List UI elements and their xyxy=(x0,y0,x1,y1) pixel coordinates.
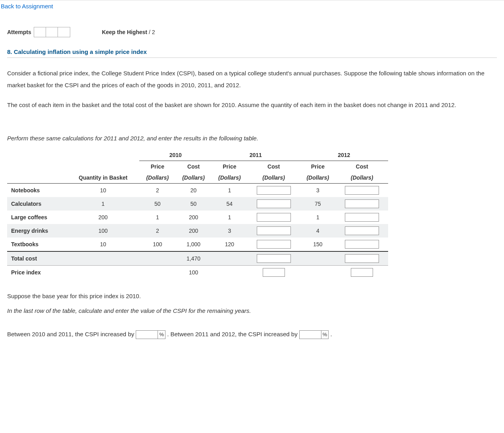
table-row: Large coffees 200 1 200 1 1 xyxy=(7,211,388,224)
cell-qty: 100 xyxy=(67,224,139,238)
cell-price-2012: 150 xyxy=(300,238,336,251)
sentence-part-2: . Between 2011 and 2012, the CSPI increa… xyxy=(167,331,299,337)
attempt-slot-1 xyxy=(34,27,46,37)
keep-highest-count: / 2 xyxy=(147,29,155,35)
input-pct-2010-2011[interactable] xyxy=(136,330,158,339)
col-cost-2011: Cost xyxy=(248,161,300,172)
input-cost-2012[interactable] xyxy=(345,240,379,249)
row-label: Notebooks xyxy=(7,184,67,197)
cell-cost-2010: 50 xyxy=(175,197,212,211)
instruction-text: Perform these same calculations for 2011… xyxy=(7,135,497,142)
paragraph-intro-2: The cost of each item in the basket and … xyxy=(7,99,497,111)
question-title: 8. Calculating inflation using a simple … xyxy=(7,48,497,58)
col-qty: Quantity in Basket xyxy=(67,172,139,184)
col-price-2010: Price xyxy=(139,161,175,172)
attempt-slot-2 xyxy=(46,27,58,37)
cell-qty: 10 xyxy=(67,184,139,197)
pct-label: % xyxy=(158,330,165,339)
paragraph-intro-1: Consider a fictional price index, the Co… xyxy=(7,67,497,91)
year-2012-header: 2012 xyxy=(300,149,388,161)
input-cost-2011[interactable] xyxy=(257,186,291,195)
row-label: Textbooks xyxy=(7,238,67,251)
col-cost-2012: Cost xyxy=(336,161,388,172)
input-cost-2011[interactable] xyxy=(257,213,291,222)
cell-price-2010: 2 xyxy=(139,224,175,238)
cell-qty: 1 xyxy=(67,197,139,211)
input-cost-2011[interactable] xyxy=(257,199,291,208)
year-2011-header: 2011 xyxy=(212,149,300,161)
unit-price-2012: (Dollars) xyxy=(300,172,336,184)
cell-price-2012: 4 xyxy=(300,224,336,238)
year-2010-header: 2010 xyxy=(139,149,212,161)
total-label: Total cost xyxy=(7,251,67,266)
index-row: Price index 100 xyxy=(7,266,388,280)
cell-cost-2010: 1,000 xyxy=(175,238,212,251)
index-label: Price index xyxy=(7,266,67,280)
table-row: Calculators 1 50 50 54 75 xyxy=(7,197,388,211)
unit-cost-2011: (Dollars) xyxy=(248,172,300,184)
col-price-2012: Price xyxy=(300,161,336,172)
base-year-text: Suppose the base year for this price ind… xyxy=(7,293,497,299)
row-label: Calculators xyxy=(7,197,67,211)
input-cost-2012[interactable] xyxy=(345,226,379,235)
cell-price-2011: 3 xyxy=(212,224,248,238)
cell-price-2010: 1 xyxy=(139,211,175,224)
col-cost-2010: Cost xyxy=(175,161,212,172)
cspi-table: 2010 2011 2012 Price Cost Price Cost Pri… xyxy=(7,149,388,279)
total-2010: 1,470 xyxy=(175,251,212,266)
keep-highest-bold: Keep the Highest xyxy=(102,29,147,35)
cell-price-2011: 120 xyxy=(212,238,248,251)
input-total-2012[interactable] xyxy=(345,254,379,263)
instruction-text-2: In the last row of the table, calculate … xyxy=(7,307,497,314)
table-row: Notebooks 10 2 20 1 3 xyxy=(7,184,388,197)
attempts-label: Attempts xyxy=(7,29,31,35)
cell-cost-2010: 200 xyxy=(175,211,212,224)
table-row: Textbooks 10 100 1,000 120 150 xyxy=(7,238,388,251)
pct-label: % xyxy=(321,330,329,339)
unit-cost-2012: (Dollars) xyxy=(336,172,388,184)
cell-cost-2010: 200 xyxy=(175,224,212,238)
unit-cost-2010: (Dollars) xyxy=(175,172,212,184)
input-cost-2012[interactable] xyxy=(345,213,379,222)
cell-price-2011: 54 xyxy=(212,197,248,211)
total-row: Total cost 1,470 xyxy=(7,251,388,266)
cell-price-2012: 3 xyxy=(300,184,336,197)
cell-qty: 200 xyxy=(67,211,139,224)
input-index-2012[interactable] xyxy=(351,268,373,277)
attempt-boxes xyxy=(34,27,70,37)
input-cost-2011[interactable] xyxy=(257,240,291,249)
cell-cost-2010: 20 xyxy=(175,184,212,197)
unit-price-2011: (Dollars) xyxy=(212,172,248,184)
input-cost-2012[interactable] xyxy=(345,186,379,195)
cell-price-2010: 100 xyxy=(139,238,175,251)
unit-price-2010: (Dollars) xyxy=(139,172,175,184)
input-cost-2011[interactable] xyxy=(257,226,291,235)
row-label: Energy drinks xyxy=(7,224,67,238)
keep-highest-label: Keep the Highest / 2 xyxy=(102,29,155,35)
cell-price-2010: 50 xyxy=(139,197,175,211)
cspi-increase-sentence: Between 2010 and 2011, the CSPI increase… xyxy=(7,328,497,341)
input-cost-2012[interactable] xyxy=(345,199,379,208)
attempt-slot-3 xyxy=(58,27,70,37)
input-index-2011[interactable] xyxy=(263,268,285,277)
cell-qty: 10 xyxy=(67,238,139,251)
cell-price-2011: 1 xyxy=(212,184,248,197)
table-row: Energy drinks 100 2 200 3 4 xyxy=(7,224,388,238)
back-to-assignment-link[interactable]: Back to Assignment xyxy=(0,3,53,10)
cell-price-2012: 1 xyxy=(300,211,336,224)
col-price-2011: Price xyxy=(212,161,248,172)
index-2010: 100 xyxy=(175,266,212,280)
input-total-2011[interactable] xyxy=(257,254,291,263)
attempts-row: Attempts Keep the Highest / 2 xyxy=(7,27,497,37)
sentence-part-1: Between 2010 and 2011, the CSPI increase… xyxy=(7,331,136,337)
cell-price-2012: 75 xyxy=(300,197,336,211)
cell-price-2010: 2 xyxy=(139,184,175,197)
input-pct-2011-2012[interactable] xyxy=(299,330,321,339)
cell-price-2011: 1 xyxy=(212,211,248,224)
sentence-part-3: . xyxy=(331,331,332,337)
row-label: Large coffees xyxy=(7,211,67,224)
